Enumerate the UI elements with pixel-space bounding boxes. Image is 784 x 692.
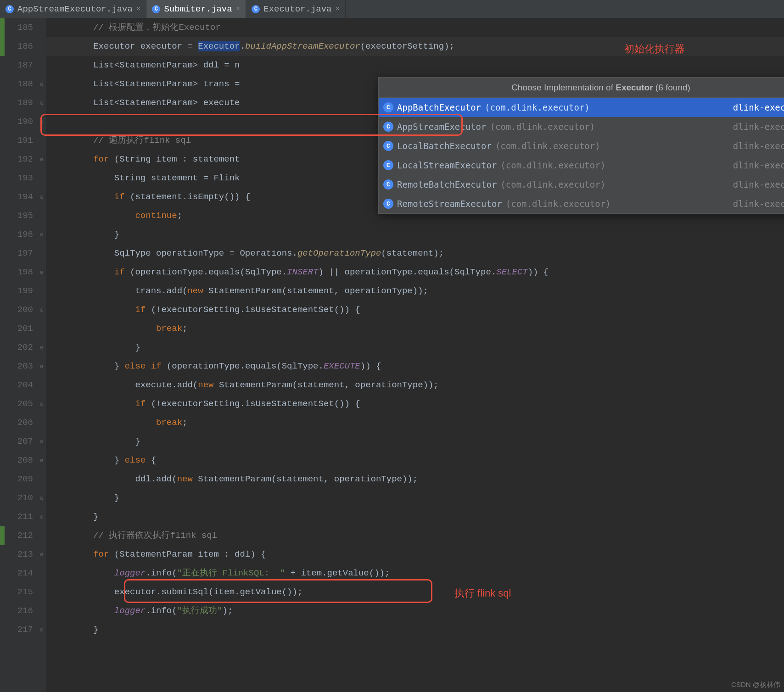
code-line[interactable]: // 根据配置，初始化Executor — [46, 18, 784, 37]
fold-marker[interactable]: ⊖ — [38, 432, 46, 451]
code-line[interactable]: break; — [46, 413, 784, 432]
code-area[interactable]: // 根据配置，初始化Executor Executor executor = … — [46, 18, 784, 692]
line-number: 196 — [5, 225, 33, 244]
impl-row-appbatchexecutor[interactable]: CAppBatchExecutor (com.dlink.executor)dl… — [379, 98, 784, 117]
line-number: 193 — [5, 169, 33, 188]
code-line[interactable]: for (StatementParam item : ddl) { — [46, 545, 784, 564]
code-line[interactable]: } — [46, 338, 784, 357]
fold-marker[interactable]: ⊖ — [38, 620, 46, 639]
class-icon: C — [152, 5, 160, 13]
impl-package: (com.dlink.executor) — [495, 141, 600, 151]
impl-module: dlink-executor — [733, 141, 784, 151]
change-marker — [0, 244, 5, 263]
impl-package: (com.dlink.executor) — [490, 122, 595, 132]
line-number: 204 — [5, 376, 33, 395]
fold-marker[interactable] — [38, 169, 46, 188]
fold-marker[interactable]: ⊖ — [38, 508, 46, 526]
change-marker — [0, 282, 5, 301]
close-icon[interactable]: × — [236, 5, 241, 13]
code-line[interactable]: } — [46, 489, 784, 508]
code-line[interactable]: executor.submitSql(item.getValue()); — [46, 583, 784, 602]
line-number: 207 — [5, 432, 33, 451]
code-line[interactable]: SqlType operationType = Operations.getOp… — [46, 244, 784, 263]
close-icon[interactable]: × — [336, 5, 340, 13]
fold-marker[interactable] — [38, 413, 46, 432]
tab-appstreamexecutor-java[interactable]: CAppStreamExecutor.java× — [0, 0, 146, 18]
fold-marker[interactable] — [38, 602, 46, 620]
impl-row-remotebatchexecutor[interactable]: CRemoteBatchExecutor (com.dlink.executor… — [379, 175, 784, 194]
fold-marker[interactable]: ⊖ — [38, 489, 46, 508]
code-line[interactable]: logger.info("执行成功"); — [46, 602, 784, 620]
fold-marker[interactable] — [38, 206, 46, 225]
impl-name: RemoteBatchExecutor — [397, 179, 497, 190]
code-line[interactable]: trans.add(new StatementParam(statement, … — [46, 282, 784, 301]
code-line[interactable]: } — [46, 620, 784, 639]
fold-marker[interactable] — [38, 470, 46, 489]
tab-label: Executor.java — [263, 4, 331, 14]
line-number: 199 — [5, 282, 33, 301]
change-marker — [0, 112, 5, 131]
code-line[interactable]: if (!executorSetting.isUseStatementSet()… — [46, 301, 784, 319]
line-number: 189 — [5, 94, 33, 112]
fold-marker[interactable] — [38, 18, 46, 37]
code-line[interactable]: break; — [46, 319, 784, 338]
code-line[interactable]: // 执行器依次执行flink sql — [46, 526, 784, 545]
impl-row-appstreamexecutor[interactable]: CAppStreamExecutor (com.dlink.executor)d… — [379, 117, 784, 136]
change-marker — [0, 545, 5, 564]
fold-gutter: ⊖⊖⊖⊖⊖⊖⊖⊖⊖⊖⊖⊖⊖⊖⊖⊖⊖ — [38, 18, 46, 692]
fold-marker[interactable] — [38, 56, 46, 75]
impl-row-remotestreamexecutor[interactable]: CRemoteStreamExecutor (com.dlink.executo… — [379, 194, 784, 213]
class-icon: C — [383, 199, 393, 209]
fold-marker[interactable] — [38, 526, 46, 545]
fold-marker[interactable]: ⊖ — [38, 301, 46, 319]
fold-marker[interactable]: ⊖ — [38, 94, 46, 112]
fold-marker[interactable]: ⊖ — [38, 150, 46, 169]
code-line[interactable]: List<StatementParam> ddl = n — [46, 56, 784, 75]
fold-marker[interactable]: ⊖ — [38, 395, 46, 413]
line-number: 188 — [5, 75, 33, 94]
fold-marker[interactable]: ⊖ — [38, 338, 46, 357]
line-number: 215 — [5, 583, 33, 602]
fold-marker[interactable] — [38, 319, 46, 338]
line-number: 194 — [5, 188, 33, 206]
annotation-exec-flink: 执行 flink sql — [454, 586, 511, 600]
code-line[interactable]: if (operationType.equals(SqlType.INSERT)… — [46, 263, 784, 282]
fold-marker[interactable] — [38, 583, 46, 602]
line-number: 217 — [5, 620, 33, 639]
code-line[interactable]: logger.info("正在执行 FlinkSQL: " + item.get… — [46, 564, 784, 583]
code-line[interactable]: } else { — [46, 451, 784, 470]
code-line[interactable]: ddl.add(new StatementParam(statement, op… — [46, 470, 784, 489]
code-line[interactable]: } — [46, 432, 784, 451]
impl-row-localbatchexecutor[interactable]: CLocalBatchExecutor (com.dlink.executor)… — [379, 136, 784, 156]
fold-marker[interactable] — [38, 131, 46, 150]
fold-marker[interactable]: ⊖ — [38, 112, 46, 131]
popup-title: Choose Implementation of Executor (6 fou… — [379, 78, 784, 98]
code-line[interactable]: } — [46, 508, 784, 526]
close-icon[interactable]: × — [136, 5, 141, 13]
code-line[interactable]: } else if (operationType.equals(SqlType.… — [46, 357, 784, 376]
tab-executor-java[interactable]: CExecutor.java× — [246, 0, 346, 18]
code-line[interactable]: if (!executorSetting.isUseStatementSet()… — [46, 395, 784, 413]
change-marker — [0, 150, 5, 169]
code-line[interactable]: } — [46, 225, 784, 244]
fold-marker[interactable] — [38, 244, 46, 263]
change-marker — [0, 526, 5, 545]
fold-marker[interactable]: ⊖ — [38, 263, 46, 282]
tab-submiter-java[interactable]: CSubmiter.java× — [146, 0, 246, 18]
impl-name: AppBatchExecutor — [397, 102, 481, 112]
change-marker — [0, 338, 5, 357]
fold-marker[interactable]: ⊖ — [38, 545, 46, 564]
fold-marker[interactable]: ⊖ — [38, 451, 46, 470]
line-number: 211 — [5, 508, 33, 526]
impl-row-localstreamexecutor[interactable]: CLocalStreamExecutor (com.dlink.executor… — [379, 156, 784, 175]
fold-marker[interactable] — [38, 564, 46, 583]
line-number: 209 — [5, 470, 33, 489]
fold-marker[interactable]: ⊖ — [38, 188, 46, 206]
fold-marker[interactable] — [38, 376, 46, 395]
fold-marker[interactable] — [38, 282, 46, 301]
fold-marker[interactable] — [38, 37, 46, 56]
fold-marker[interactable]: ⊖ — [38, 225, 46, 244]
code-line[interactable]: execute.add(new StatementParam(statement… — [46, 376, 784, 395]
fold-marker[interactable]: ⊖ — [38, 357, 46, 376]
fold-marker[interactable]: ⊖ — [38, 75, 46, 94]
